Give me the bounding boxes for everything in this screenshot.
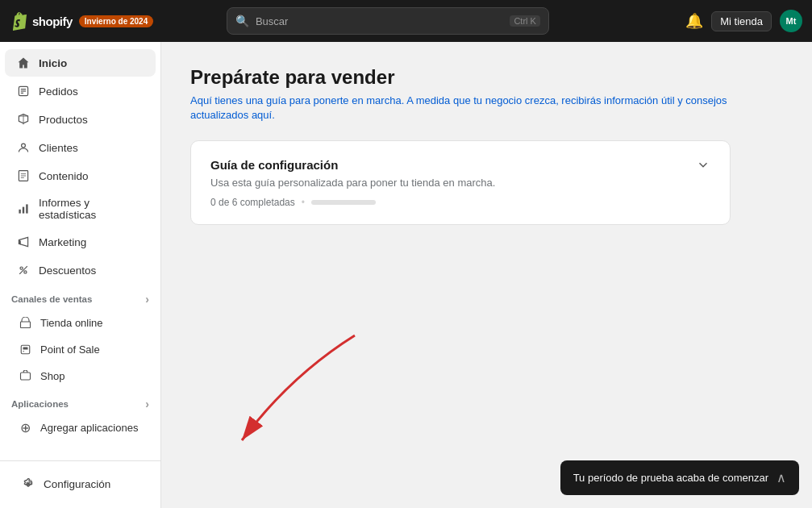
search-shortcut-badge: Ctrl K xyxy=(510,15,540,27)
shopify-wordmark: shopify xyxy=(32,15,73,28)
config-card-description: Usa esta guía personalizada para poner t… xyxy=(210,177,710,189)
main-content: Prepárate para vender Aquí tienes una gu… xyxy=(161,42,812,508)
sidebar-item-configuracion[interactable]: Configuración xyxy=(10,470,151,498)
search-placeholder: Buscar xyxy=(256,15,504,27)
config-card-toggle-button[interactable] xyxy=(696,157,710,172)
add-app-icon: ⊕ xyxy=(18,420,32,435)
apps-label: Aplicaciones xyxy=(11,399,69,409)
svg-point-15 xyxy=(24,271,27,273)
sidebar-item-label-contenido: Contenido xyxy=(39,170,89,182)
pos-icon xyxy=(18,342,32,356)
sidebar-item-label-clientes: Clientes xyxy=(39,142,78,154)
sidebar-item-label-descuentos: Descuentos xyxy=(39,264,96,277)
sidebar-item-marketing[interactable]: Marketing xyxy=(5,228,156,256)
gear-icon xyxy=(21,477,35,491)
sidebar-nav: Inicio Pedidos Productos Clientes xyxy=(0,42,160,460)
progress-bar xyxy=(311,200,376,205)
sidebar-item-label-point-of-sale: Point of Sale xyxy=(40,344,100,356)
notification-button[interactable]: 🔔 xyxy=(685,12,703,30)
sales-channels-section: Canales de ventas › xyxy=(0,285,160,309)
content-icon xyxy=(16,169,31,183)
svg-point-14 xyxy=(20,267,23,269)
progress-text: 0 de 6 completadas xyxy=(210,197,295,208)
svg-rect-17 xyxy=(20,322,30,328)
sidebar-item-label-tienda-online: Tienda online xyxy=(40,317,103,329)
svg-rect-19 xyxy=(23,347,27,349)
sales-channels-expand-icon[interactable]: › xyxy=(145,293,149,306)
sidebar-item-informes[interactable]: Informes y estadísticas xyxy=(5,190,156,227)
apps-section: Aplicaciones › xyxy=(0,389,160,414)
config-card: Guía de configuración Usa esta guía pers… xyxy=(190,140,731,225)
store-icon xyxy=(18,315,32,330)
sidebar-item-label-pedidos: Pedidos xyxy=(39,85,78,98)
sidebar-item-shop[interactable]: Shop xyxy=(5,363,156,389)
sidebar-item-inicio[interactable]: Inicio xyxy=(5,49,156,77)
sidebar-bottom: Configuración xyxy=(0,460,160,508)
page-title: Prepárate para vender xyxy=(190,66,783,89)
sidebar-item-label-productos: Productos xyxy=(39,114,88,126)
stats-icon xyxy=(16,202,31,216)
arrow-annotation xyxy=(210,327,371,460)
toast-label: Tu período de prueba acaba de comenzar xyxy=(573,472,768,484)
sidebar-item-label-marketing: Marketing xyxy=(39,236,86,248)
sales-channels-label: Canales de ventas xyxy=(11,294,92,304)
sidebar-item-agregar-aplicaciones[interactable]: ⊕ Agregar aplicaciones xyxy=(5,414,156,440)
apps-expand-icon[interactable]: › xyxy=(145,398,149,410)
sidebar-item-tienda-online[interactable]: Tienda online xyxy=(5,310,156,335)
toast-notification: Tu período de prueba acaba de comenzar ∧ xyxy=(560,460,799,495)
sidebar-item-pedidos[interactable]: Pedidos xyxy=(5,77,156,105)
svg-rect-21 xyxy=(20,373,30,380)
svg-rect-13 xyxy=(26,204,27,213)
top-navigation: shopify Invierno de 2024 🔍 Buscar Ctrl K… xyxy=(0,0,812,42)
search-icon: 🔍 xyxy=(235,15,249,27)
marketing-icon xyxy=(16,235,31,249)
logo-area: shopify Invierno de 2024 xyxy=(10,11,153,31)
store-button[interactable]: Mi tienda xyxy=(711,11,772,31)
sidebar-item-label-shop: Shop xyxy=(40,370,65,382)
sidebar-item-label-configuracion: Configuración xyxy=(44,478,110,490)
toast-close-button[interactable]: ∧ xyxy=(777,470,786,485)
sidebar-item-label-agregar-aplicaciones: Agregar aplicaciones xyxy=(40,422,138,434)
store-label: Mi tienda xyxy=(720,15,763,27)
svg-point-6 xyxy=(22,144,26,148)
orders-icon xyxy=(16,84,31,98)
sidebar-item-point-of-sale[interactable]: Point of Sale xyxy=(5,336,156,362)
home-icon xyxy=(16,56,31,70)
main-layout: Inicio Pedidos Productos Clientes xyxy=(0,42,812,508)
sidebar-item-clientes[interactable]: Clientes xyxy=(5,134,156,161)
config-card-title: Guía de configuración xyxy=(210,158,338,172)
sidebar-item-productos[interactable]: Productos xyxy=(5,106,156,133)
svg-rect-11 xyxy=(19,210,20,214)
shopify-logo[interactable]: shopify xyxy=(10,11,73,31)
sidebar-item-label-informes: Informes y estadísticas xyxy=(39,197,144,221)
season-badge: Invierno de 2024 xyxy=(79,15,153,27)
avatar[interactable]: Mt xyxy=(780,10,802,32)
products-icon xyxy=(16,112,31,127)
page-subtitle: Aquí tienes una guía para ponerte en mar… xyxy=(190,94,783,123)
sidebar-item-label-inicio: Inicio xyxy=(39,57,67,69)
svg-rect-12 xyxy=(23,207,24,214)
sidebar: Inicio Pedidos Productos Clientes xyxy=(0,42,161,508)
shop-icon xyxy=(18,369,32,383)
sidebar-item-descuentos[interactable]: Descuentos xyxy=(5,256,156,284)
sidebar-item-contenido[interactable]: Contenido xyxy=(5,162,156,189)
clients-icon xyxy=(16,140,31,155)
progress-row: 0 de 6 completadas • xyxy=(210,197,710,208)
discounts-icon xyxy=(16,263,31,277)
progress-dot: • xyxy=(302,197,305,208)
search-bar[interactable]: 🔍 Buscar Ctrl K xyxy=(227,7,549,35)
topnav-right: 🔔 Mi tienda Mt xyxy=(685,10,802,32)
config-card-header: Guía de configuración xyxy=(210,157,710,172)
